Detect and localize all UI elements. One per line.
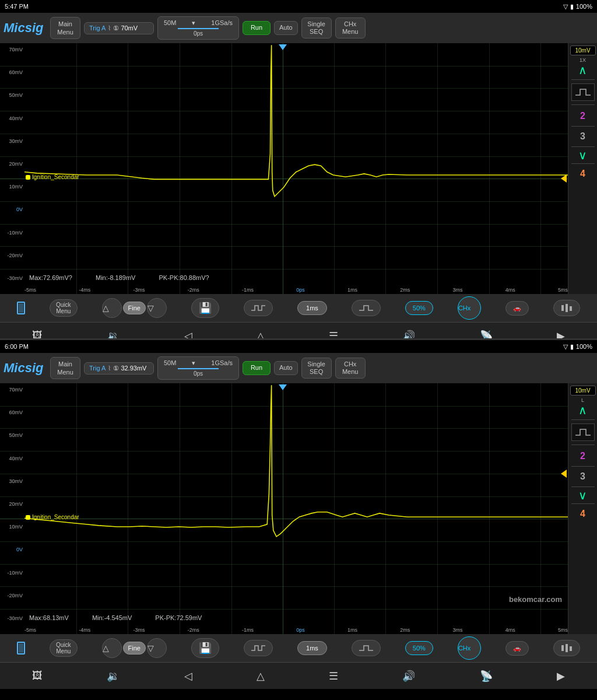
timebase-top-1: 50M ▾ 1GSa/s	[164, 19, 233, 27]
pct-btn-1[interactable]: 50%	[405, 301, 433, 315]
ch4-label-2: 4	[580, 509, 585, 519]
osc-container-1: 70mV 60mV 50mV 40mV 30mV 20mV 10mV 0V -1…	[0, 43, 597, 294]
brand-logo-2: Micsig	[3, 360, 44, 376]
osc-container-2: 70mV 60mV 50mV 40mV 30mV 20mV 10mV 0V -1…	[0, 383, 597, 634]
bars-btn-1[interactable]	[553, 300, 580, 316]
batt-icon-2	[17, 642, 25, 654]
svg-rect-3	[561, 645, 564, 651]
main-menu-btn-2[interactable]: MainMenu	[50, 357, 80, 380]
status-bar-2: 6:00 PM ▽ ▮ 100%	[0, 340, 597, 353]
knob-down-btn-1[interactable]: ▽	[147, 298, 167, 318]
bars-btn-2[interactable]	[553, 640, 580, 656]
knob-group-1: △ Fine ▽	[102, 298, 167, 318]
chx-btn-1[interactable]: CHx	[458, 296, 481, 320]
nav-vol-down-2[interactable]: 🔉	[107, 670, 120, 682]
battery-icon-2: ▮	[570, 343, 574, 351]
nav-menu-2[interactable]: ☰	[329, 670, 338, 682]
nav-bar-2: 🖼 🔉 ◁ △ ☰ 🔊 📡 ▶	[0, 662, 597, 689]
pulse-high-icon-2	[571, 424, 595, 441]
pulse-view-btn-2[interactable]	[244, 640, 273, 656]
nav-screenshot-2[interactable]: 🖼	[32, 670, 43, 682]
nav-home-2[interactable]: △	[257, 670, 265, 682]
trig-value-1: ① 70mV	[113, 24, 138, 32]
timebase-box-1: 50M ▾ 1GSa/s 0ps	[157, 16, 239, 40]
waveform-svg-1	[24, 43, 568, 282]
sig-name-2: Ignition_Secondar	[32, 514, 79, 520]
svg-rect-5	[570, 646, 572, 651]
sep3-2	[571, 466, 595, 467]
stats-2: Max:68.13mV Min:-4.545mV PK-PK:72.59mV	[29, 614, 202, 621]
stat-min-2: Min:-4.545mV	[92, 614, 132, 621]
battery-icon-1: ▮	[570, 3, 574, 10]
car-btn-2[interactable]: 🚗	[505, 641, 529, 656]
stat-min-1: Min:-8.189mV	[96, 274, 135, 281]
nav-vol-up-2[interactable]: 🔊	[402, 670, 415, 682]
sig-name-1: Ignition_Secondar	[32, 174, 79, 180]
ch4-label-1: 4	[580, 169, 585, 179]
quick-menu-btn-1[interactable]: Quick Menu	[50, 299, 78, 317]
status-left-1: 5:47 PM	[5, 3, 29, 10]
osc-display-2: 70mV 60mV 50mV 40mV 30mV 20mV 10mV 0V -1…	[0, 383, 568, 634]
fine-btn-1[interactable]: Fine	[123, 302, 146, 314]
fine-btn-2[interactable]: Fine	[123, 642, 146, 654]
volt-div-2: 10mV	[570, 386, 596, 396]
chx-btn-2[interactable]: CHx	[458, 636, 481, 660]
trig-label-1: Trig A	[89, 24, 106, 32]
sep2	[571, 104, 595, 105]
time-btn-1[interactable]: 1ms	[297, 301, 327, 315]
timebase-box-2: 50M ▾ 1GSa/s 0ps	[157, 356, 239, 380]
nav-fullscreen-2[interactable]: ▶	[557, 670, 565, 682]
status-right-1: ▽ ▮ 100%	[563, 3, 592, 10]
ch2-label-1: 2	[580, 111, 585, 121]
sep2-2	[571, 444, 595, 445]
pct-btn-2[interactable]: 50%	[405, 641, 433, 655]
quick-menu-btn-2[interactable]: Quick Menu	[50, 639, 78, 657]
nav-cast-2[interactable]: 📡	[480, 670, 493, 682]
single-pulse-btn-2[interactable]	[352, 640, 381, 656]
single-seq-btn-1[interactable]: SingleSEQ	[301, 18, 332, 38]
ch-up-btn-2[interactable]: ∧	[578, 404, 587, 416]
auto-btn-2[interactable]: Auto	[274, 361, 298, 374]
stat-pkpk-1: PK-PK:80.88mV?	[159, 274, 209, 281]
chx-menu-btn-2[interactable]: CHxMenu	[335, 358, 366, 379]
run-btn-2[interactable]: Run	[243, 361, 271, 374]
knob-group-2: △ Fine ▽	[102, 638, 167, 658]
knob-up-btn-1[interactable]: △	[102, 298, 122, 318]
pulse-view-btn-1[interactable]	[244, 300, 273, 316]
battery-pct-1: 100%	[576, 3, 592, 10]
save-btn-2[interactable]: 💾	[191, 638, 219, 658]
bottom-toolbar-1: Quick Menu △ Fine ▽ 💾 1ms 50% CHx 🚗	[0, 294, 597, 322]
trig-wave-icon-2: ⌇	[108, 365, 111, 372]
chx-menu-btn-1[interactable]: CHxMenu	[335, 18, 366, 38]
ch-up-btn-1[interactable]: ∧	[578, 64, 587, 76]
status-right-2: ▽ ▮ 100%	[563, 343, 592, 351]
sep4-2	[571, 487, 595, 487]
waveform-svg-2	[24, 383, 568, 622]
auto-btn-1[interactable]: Auto	[274, 21, 298, 34]
time-btn-2[interactable]: 1ms	[297, 641, 327, 655]
trig-box-1: Trig A ⌇ ① 70mV	[84, 22, 154, 34]
nav-back-2[interactable]: ◁	[184, 670, 192, 682]
car-btn-1[interactable]: 🚗	[505, 301, 529, 316]
x-labels-1: -5ms -4ms -3ms -2ms -1ms 0ps 1ms 2ms 3ms…	[24, 287, 568, 293]
ch-down-btn-2[interactable]: ∨	[578, 489, 587, 501]
save-btn-1[interactable]: 💾	[191, 298, 219, 318]
volt-div-1: 10mV	[570, 46, 596, 55]
single-seq-btn-2[interactable]: SingleSEQ	[301, 358, 332, 379]
x-labels-2: -5ms -4ms -3ms -2ms -1ms 0ps 1ms 2ms 3ms…	[24, 627, 568, 633]
sep1	[571, 79, 595, 80]
run-btn-1[interactable]: Run	[243, 21, 271, 34]
sep4	[571, 146, 595, 147]
mult-2: L	[581, 397, 584, 403]
ch-dot-2	[26, 515, 30, 520]
knob-down-btn-2[interactable]: ▽	[147, 638, 167, 658]
osc-display-1: 70mV 60mV 50mV 40mV 30mV 20mV 10mV 0V -1…	[0, 43, 568, 294]
side-panel-1: 10mV 1X ∧ 2 3 ∨ 4	[568, 43, 597, 294]
single-pulse-btn-1[interactable]	[352, 300, 381, 316]
knob-up-btn-2[interactable]: △	[102, 638, 122, 658]
main-menu-btn-1[interactable]: MainMenu	[50, 17, 80, 40]
oscilloscope-screen-1: 5:47 PM ▽ ▮ 100% Micsig MainMenu Trig A …	[0, 0, 597, 338]
sep5-2	[571, 503, 595, 504]
toolbar-2: Micsig MainMenu Trig A ⌇ ① 32.93mV 50M ▾…	[0, 353, 597, 383]
ch-down-btn-1[interactable]: ∨	[578, 149, 587, 161]
